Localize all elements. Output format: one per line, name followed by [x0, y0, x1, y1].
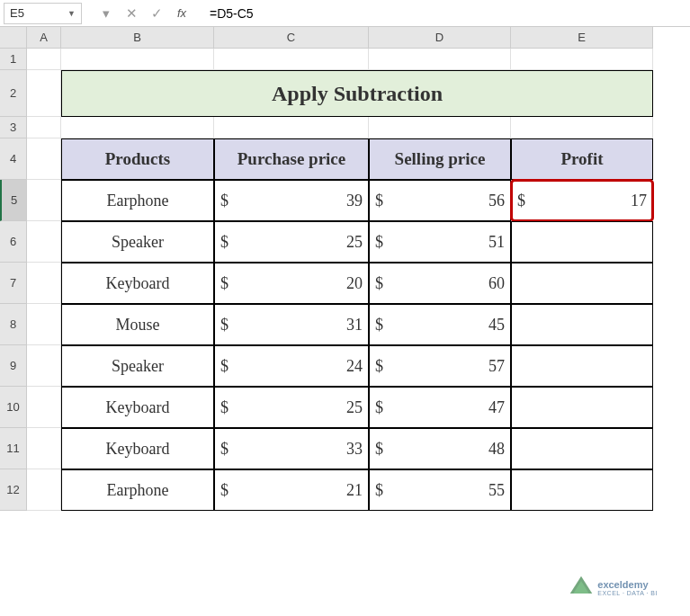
cell-B3[interactable] [61, 117, 214, 138]
column-header-D[interactable]: D [369, 27, 511, 49]
cell-A12[interactable] [27, 469, 61, 511]
cell-D5[interactable]: $56 [369, 180, 511, 221]
cell-D4[interactable]: Selling price [369, 138, 511, 180]
row-header-12[interactable]: 12 [0, 469, 27, 511]
row-8: Mouse$31$45 [27, 304, 690, 345]
confirm-icon[interactable]: ✓ [147, 4, 166, 23]
cell-C10[interactable]: $25 [214, 387, 369, 428]
cell-D8[interactable]: $45 [369, 304, 511, 345]
formula-input[interactable] [202, 3, 690, 24]
cell-A4[interactable] [27, 138, 61, 180]
cell-A11[interactable] [27, 428, 61, 469]
select-all-corner[interactable] [0, 27, 27, 49]
cell-B4[interactable]: Products [61, 138, 214, 180]
left-panel: 123456789101112 [0, 27, 27, 616]
cell-B5[interactable]: Earphone [61, 180, 214, 221]
row-11: Keyboard$33$48 [27, 428, 690, 469]
row-12: Earphone$21$55 [27, 469, 690, 511]
cell-D12[interactable]: $55 [369, 469, 511, 511]
cell-B9[interactable]: Speaker [61, 345, 214, 387]
row-header-6[interactable]: 6 [0, 221, 27, 263]
cell-B1[interactable] [61, 49, 214, 70]
row-header-1[interactable]: 1 [0, 49, 27, 70]
column-header-A[interactable]: A [27, 27, 61, 49]
formula-bar-icons: ▾ ✕ ✓ fx [85, 4, 202, 23]
fx-icon[interactable]: fx [172, 4, 192, 23]
row-10: Keyboard$25$47 [27, 387, 690, 428]
cell-D10[interactable]: $47 [369, 387, 511, 428]
cell-A7[interactable] [27, 263, 61, 304]
cell-B2[interactable]: Apply Subtraction [61, 70, 653, 117]
cell-C7[interactable]: $20 [214, 263, 369, 304]
cell-D6[interactable]: $51 [369, 221, 511, 263]
cell-C9[interactable]: $24 [214, 345, 369, 387]
cell-E1[interactable] [511, 49, 653, 70]
row-header-3[interactable]: 3 [0, 117, 27, 138]
cell-E3[interactable] [511, 117, 653, 138]
cell-E7[interactable] [511, 263, 653, 304]
row-header-11[interactable]: 11 [0, 428, 27, 469]
column-headers: ABCDE [27, 27, 690, 49]
row-header-8[interactable]: 8 [0, 304, 27, 345]
cell-C3[interactable] [214, 117, 369, 138]
cell-D1[interactable] [369, 49, 511, 70]
row-headers: 123456789101112 [0, 49, 27, 511]
grid-area: ABCDE Apply SubtractionProductsPurchase … [27, 27, 690, 616]
cell-D3[interactable] [369, 117, 511, 138]
cell-C12[interactable]: $21 [214, 469, 369, 511]
row-3 [27, 117, 690, 138]
row-header-2[interactable]: 2 [0, 70, 27, 117]
spreadsheet: 123456789101112 ABCDE Apply SubtractionP… [0, 27, 690, 616]
cell-A3[interactable] [27, 117, 61, 138]
cell-A8[interactable] [27, 304, 61, 345]
cell-A10[interactable] [27, 387, 61, 428]
cell-C6[interactable]: $25 [214, 221, 369, 263]
watermark: exceldemy EXCEL · DATA · BI [569, 575, 658, 600]
cancel-icon[interactable]: ✕ [121, 4, 141, 23]
cell-E11[interactable] [511, 428, 653, 469]
cell-B10[interactable]: Keyboard [61, 387, 214, 428]
cell-C11[interactable]: $33 [214, 428, 369, 469]
grid[interactable]: Apply SubtractionProductsPurchase priceS… [27, 49, 690, 511]
cell-C1[interactable] [214, 49, 369, 70]
cell-B7[interactable]: Keyboard [61, 263, 214, 304]
cell-reference: E5 [10, 6, 24, 20]
cell-C4[interactable]: Purchase price [214, 138, 369, 180]
name-box[interactable]: E5 ▼ [4, 3, 82, 24]
cell-E8[interactable] [511, 304, 653, 345]
row-5: Earphone$39$56$17 [27, 180, 690, 221]
formula-bar: E5 ▼ ▾ ✕ ✓ fx [0, 0, 690, 27]
cell-B12[interactable]: Earphone [61, 469, 214, 511]
cell-A5[interactable] [27, 180, 61, 221]
row-header-4[interactable]: 4 [0, 138, 27, 180]
cell-C5[interactable]: $39 [214, 180, 369, 221]
cell-D7[interactable]: $60 [369, 263, 511, 304]
cell-A2[interactable] [27, 70, 61, 117]
cell-A1[interactable] [27, 49, 61, 70]
row-header-9[interactable]: 9 [0, 345, 27, 387]
cell-B6[interactable]: Speaker [61, 221, 214, 263]
column-header-B[interactable]: B [61, 27, 214, 49]
row-header-7[interactable]: 7 [0, 263, 27, 304]
cell-E9[interactable] [511, 345, 653, 387]
cell-D9[interactable]: $57 [369, 345, 511, 387]
row-header-10[interactable]: 10 [0, 387, 27, 428]
dropdown-icon[interactable]: ▾ [96, 4, 116, 23]
cell-E4[interactable]: Profit [511, 138, 653, 180]
watermark-brand: exceldemy [597, 579, 658, 590]
column-header-C[interactable]: C [214, 27, 369, 49]
cell-A6[interactable] [27, 221, 61, 263]
cell-E10[interactable] [511, 387, 653, 428]
cell-C8[interactable]: $31 [214, 304, 369, 345]
cell-E12[interactable] [511, 469, 653, 511]
cell-A9[interactable] [27, 345, 61, 387]
chevron-down-icon[interactable]: ▼ [67, 9, 76, 18]
cell-D11[interactable]: $48 [369, 428, 511, 469]
cell-E6[interactable] [511, 221, 653, 263]
cell-B11[interactable]: Keyboard [61, 428, 214, 469]
row-9: Speaker$24$57 [27, 345, 690, 387]
column-header-E[interactable]: E [511, 27, 653, 49]
row-header-5[interactable]: 5 [0, 180, 27, 221]
cell-B8[interactable]: Mouse [61, 304, 214, 345]
cell-E5[interactable]: $17 [511, 180, 653, 221]
